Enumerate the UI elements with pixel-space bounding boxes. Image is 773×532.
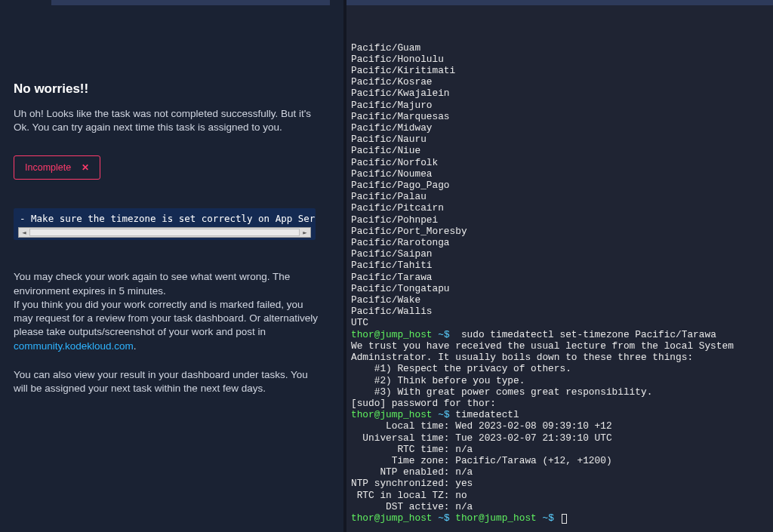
info-paragraph-2: You can also view your result in your da… [14,368,319,395]
status-badge-incomplete: Incomplete ✕ [14,155,100,180]
info-text: . [134,340,137,352]
error-message-box: - Make sure the timezone is set correctl… [14,208,316,240]
terminal-panel[interactable]: Pacific/GuamPacific/HonoluluPacific/Kiri… [343,0,773,532]
scroll-left-icon[interactable]: ◄ [19,228,29,237]
scroll-thumb[interactable] [29,229,300,236]
result-subtitle: Uh oh! Looks like the task was not compl… [14,107,316,134]
status-label: Incomplete [25,162,71,173]
scroll-right-icon[interactable]: ► [300,228,310,237]
horizontal-scrollbar[interactable]: ◄ ► [18,227,311,238]
info-text: You may check your work again to see wha… [14,271,290,296]
left-panel: No worries!! Uh oh! Looks like the task … [0,0,343,532]
community-link[interactable]: community.kodekloud.com [14,340,134,352]
result-title: No worries!! [14,81,330,97]
info-text: If you think you did your work correctly… [14,299,318,337]
left-top-accent [51,0,330,5]
right-top-accent [346,0,773,5]
info-paragraph-1: You may check your work again to see wha… [14,270,319,352]
terminal-output: Pacific/GuamPacific/HonoluluPacific/Kiri… [351,42,773,524]
close-icon: ✕ [82,162,89,173]
error-text: - Make sure the timezone is set correctl… [18,213,311,227]
